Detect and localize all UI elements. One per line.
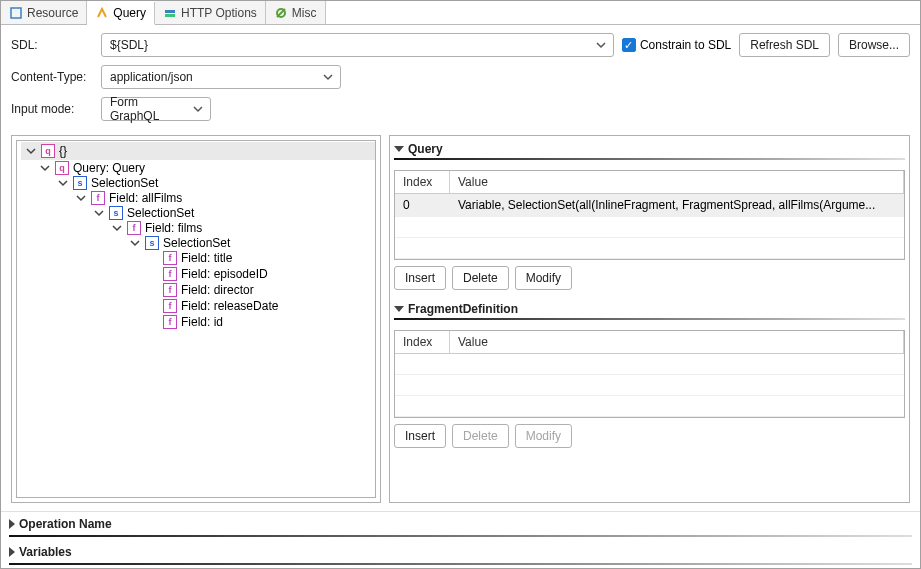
tab-label: HTTP Options [181,6,257,20]
constrain-checkbox[interactable]: ✓ Constrain to SDL [622,38,731,52]
expander-open-icon [111,222,123,234]
http-options-icon [163,6,177,20]
query-node-icon: q [41,144,55,158]
tree-node-label: Field: allFilms [109,191,182,205]
divider [9,535,912,537]
chevron-down-icon [320,69,336,85]
tab-bar: Resource Query HTTP Options Misc [1,1,920,25]
tab-http-options[interactable]: HTTP Options [155,1,266,24]
tree-node-selectionset[interactable]: s SelectionSet [129,236,375,250]
tree-node-label: SelectionSet [127,206,194,220]
field-node-icon: f [163,299,177,313]
tree-node-label: Field: episodeID [181,267,268,281]
expander-open-icon [129,237,141,249]
tree-node-field[interactable]: fField: episodeID [147,267,375,281]
table-row[interactable] [395,217,904,238]
divider [394,158,905,160]
collapse-open-icon [394,306,404,312]
fragdef-section-header[interactable]: FragmentDefinition [394,300,905,318]
sdl-value: ${SDL} [110,38,148,52]
field-node-icon: f [163,315,177,329]
expander-open-icon [57,177,69,189]
tree-node-label: Field: title [181,251,232,265]
tree-panel: q {} q Query: [11,135,381,503]
delete-button: Delete [452,424,509,448]
insert-button[interactable]: Insert [394,266,446,290]
tab-query[interactable]: Query [87,2,155,25]
insert-button[interactable]: Insert [394,424,446,448]
table-row[interactable] [395,238,904,259]
table-row[interactable] [395,396,904,417]
content-type-value: application/json [110,70,193,84]
table-row[interactable] [395,375,904,396]
tree-node-query[interactable]: q Query: Query [39,161,375,175]
tree-node-label: Field: director [181,283,254,297]
field-node-icon: f [127,221,141,235]
variables-section[interactable]: Variables [9,543,912,561]
modify-button[interactable]: Modify [515,266,572,290]
tree-node-label: Field: films [145,221,202,235]
resource-icon [9,6,23,20]
column-header-value[interactable]: Value [450,331,904,353]
tab-misc[interactable]: Misc [266,1,326,24]
chevron-down-icon [593,37,609,53]
content-type-label: Content-Type: [11,70,93,84]
browse-button[interactable]: Browse... [838,33,910,57]
expander-open-icon [39,162,51,174]
tree-node-label: Field: id [181,315,223,329]
query-node-icon: q [55,161,69,175]
section-title: Operation Name [19,517,112,531]
expander-open-icon [75,192,87,204]
collapse-closed-icon [9,519,15,529]
selectionset-node-icon: s [109,206,123,220]
cell-value: Variable, SelectionSet(all(InlineFragmen… [450,194,904,216]
cell-index: 0 [395,194,450,216]
graphql-tree[interactable]: q {} q Query: [17,141,375,337]
tree-node-root[interactable]: q {} [21,142,375,160]
input-mode-value: Form GraphQL [110,95,190,123]
expander-open-icon [93,207,105,219]
query-section-header[interactable]: Query [394,140,905,158]
selectionset-node-icon: s [145,236,159,250]
tree-node-field[interactable]: fField: director [147,283,375,297]
column-header-value[interactable]: Value [450,171,904,193]
tree-node-label: Field: releaseDate [181,299,278,313]
column-header-index[interactable]: Index [395,171,450,193]
section-title: Variables [19,545,72,559]
tab-resource[interactable]: Resource [1,1,87,24]
svg-rect-2 [165,14,175,17]
tree-node-field[interactable]: fField: id [147,315,375,329]
tree-node-field[interactable]: f Field: films [111,221,375,235]
table-row[interactable] [395,354,904,375]
tree-node-label: Query: Query [73,161,145,175]
sdl-label: SDL: [11,38,93,52]
section-title: Query [408,142,443,156]
divider [9,563,912,565]
svg-rect-1 [165,10,175,13]
tree-node-label: {} [59,144,67,158]
sdl-input[interactable]: ${SDL} [101,33,614,57]
refresh-sdl-button[interactable]: Refresh SDL [739,33,830,57]
misc-icon [274,6,288,20]
tree-node-field[interactable]: fField: releaseDate [147,299,375,313]
tree-node-selectionset[interactable]: s SelectionSet [93,206,375,220]
collapse-open-icon [394,146,404,152]
tree-node-field[interactable]: f Field: allFilms [75,191,375,205]
tree-node-selectionset[interactable]: s SelectionSet [57,176,375,190]
tree-node-field[interactable]: fField: title [147,251,375,265]
selectionset-node-icon: s [73,176,87,190]
tab-label: Resource [27,6,78,20]
chevron-down-icon [190,101,206,117]
tree-node-label: SelectionSet [91,176,158,190]
tab-label: Query [113,6,146,20]
column-header-index[interactable]: Index [395,331,450,353]
divider [394,318,905,320]
operation-name-section[interactable]: Operation Name [9,515,912,533]
content-type-select[interactable]: application/json [101,65,341,89]
input-mode-label: Input mode: [11,102,93,116]
svg-rect-0 [11,8,21,18]
delete-button[interactable]: Delete [452,266,509,290]
collapse-closed-icon [9,547,15,557]
table-row[interactable]: 0 Variable, SelectionSet(all(InlineFragm… [395,194,904,217]
input-mode-select[interactable]: Form GraphQL [101,97,211,121]
